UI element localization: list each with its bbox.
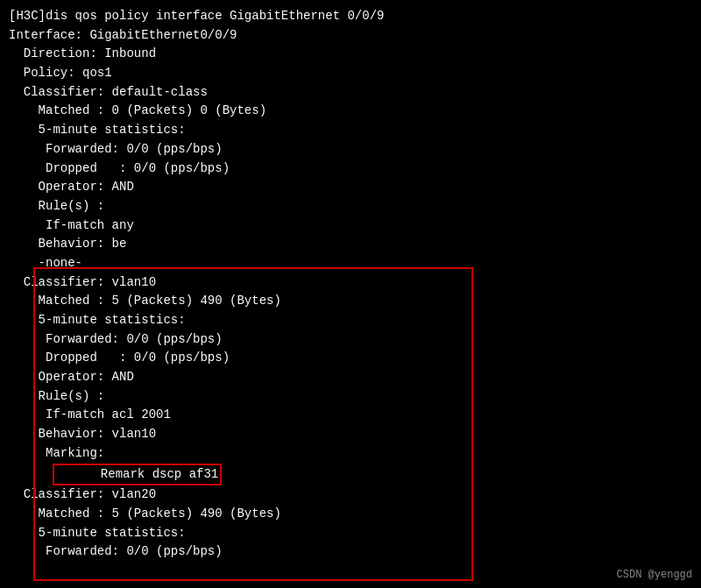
line-21: Rule(s) : xyxy=(9,387,692,407)
line-17: 5-minute statistics: xyxy=(9,311,692,330)
line-2: Interface: GigabitEthernet0/0/9 xyxy=(9,26,692,46)
line-12: If-match any xyxy=(9,216,692,236)
watermark: CSDN @yenggd xyxy=(617,569,692,581)
terminal: [H3C]dis qos policy interface GigabitEth… xyxy=(0,0,701,588)
line-25: Remark dscp af31 xyxy=(9,464,692,486)
line-27: Matched : 5 (Packets) 490 (Bytes) xyxy=(9,505,692,524)
line-3: Direction: Inbound xyxy=(9,45,692,64)
line-14: -none- xyxy=(9,254,692,273)
line-9: Dropped : 0/0 (pps/bps) xyxy=(9,159,692,179)
line-29: Forwarded: 0/0 (pps/bps) xyxy=(9,542,692,562)
line-15: Classifier: vlan10 xyxy=(9,273,692,293)
line-4: Policy: qos1 xyxy=(9,64,692,83)
line-10: Operator: AND xyxy=(9,178,692,197)
line-16: Matched : 5 (Packets) 490 (Bytes) xyxy=(9,292,692,311)
line-8: Forwarded: 0/0 (pps/bps) xyxy=(9,140,692,159)
line-13: Behavior: be xyxy=(9,235,692,254)
line-1: [H3C]dis qos policy interface GigabitEth… xyxy=(9,7,692,26)
line-18: Forwarded: 0/0 (pps/bps) xyxy=(9,330,692,350)
line-20: Operator: AND xyxy=(9,368,692,387)
line-5: Classifier: default-class xyxy=(9,83,692,103)
line-22: If-match acl 2001 xyxy=(9,406,692,425)
line-26: Classifier: vlan20 xyxy=(9,485,692,505)
remark-highlight-box: Remark dscp af31 xyxy=(53,464,222,486)
line-6: Matched : 0 (Packets) 0 (Bytes) xyxy=(9,102,692,121)
line-23: Behavior: vlan10 xyxy=(9,425,692,444)
line-11: Rule(s) : xyxy=(9,197,692,216)
line-28: 5-minute statistics: xyxy=(9,524,692,543)
line-24: Marking: xyxy=(9,444,692,464)
line-19: Dropped : 0/0 (pps/bps) xyxy=(9,349,692,368)
line-7: 5-minute statistics: xyxy=(9,121,692,140)
